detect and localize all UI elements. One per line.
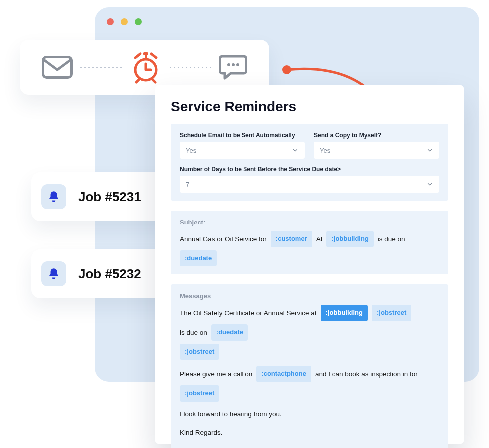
schedule-panel: Schedule Email to be Sent Automatically … [171,124,448,201]
subject-line[interactable]: Annual Gas or Oil Service for :customer … [180,231,439,266]
traffic-red [107,18,114,25]
subject-label: Subject: [180,219,439,226]
flow-connector [168,66,213,68]
alarm-clock-icon [129,51,162,84]
subject-panel: Subject: Annual Gas or Oil Service for :… [171,211,448,274]
messages-panel: Messages The Oil Safety Certificate or A… [171,284,448,448]
subject-text: is due on [378,233,405,246]
window-traffic-lights [107,18,142,25]
svg-point-4 [227,63,230,66]
send-copy-select[interactable]: Yes [314,142,439,159]
service-reminders-card: Service Reminders Schedule Email to be S… [155,85,464,444]
token-customer[interactable]: :customer [271,231,312,247]
message-text: The Oil Safety Certificate or Annual Ser… [180,307,317,320]
job-number: Job #5231 [78,189,141,205]
mail-icon [42,56,73,79]
message-line[interactable]: I look forward to hearing from you. [180,408,439,421]
message-text: is due on [180,326,207,339]
messages-label: Messages [180,292,439,300]
svg-rect-0 [43,57,72,78]
message-text: and I can book as inspection in for [315,368,418,381]
schedule-email-select[interactable]: Yes [180,142,305,159]
job-number: Job #5232 [78,266,141,282]
traffic-yellow [121,18,128,25]
message-text: I look forward to hearing from you. [180,408,282,421]
message-text: Please give me a call on [180,368,252,381]
token-jobstreet[interactable]: :jobstreet [372,305,411,321]
page-title: Service Reminders [171,99,448,115]
flow-connector [79,66,124,68]
message-line[interactable]: Kind Regards. [180,426,439,439]
bell-icon [41,184,66,209]
select-value: Yes [320,147,330,154]
token-duedate[interactable]: :duedate [211,324,248,341]
message-line[interactable]: Please give me a call on :contactphone a… [180,366,439,401]
subject-text: At [316,233,323,246]
traffic-green [135,18,142,25]
bell-icon [41,261,66,286]
svg-point-6 [236,63,239,66]
chat-icon [219,54,247,81]
chevron-down-icon [426,181,433,188]
token-duedate[interactable]: :duedate [180,250,217,267]
token-jobbuilding[interactable]: :jobbuilding [321,305,368,321]
chevron-down-icon [292,147,299,154]
schedule-email-label: Schedule Email to be Sent Automatically [180,132,305,139]
send-copy-label: Send a Copy to Myself? [314,132,439,139]
token-contactphone[interactable]: :contactphone [256,366,311,382]
days-before-select[interactable]: 7 [180,176,439,193]
message-line[interactable]: :jobstreet [180,344,439,360]
message-line[interactable]: The Oil Safety Certificate or Annual Ser… [180,305,439,340]
token-jobstreet[interactable]: :jobstreet [180,385,219,402]
svg-point-5 [232,63,235,66]
svg-rect-3 [145,55,147,60]
chevron-down-icon [426,147,433,154]
days-before-label: Number of Days to be Sent Before the Ser… [180,166,439,173]
select-value: Yes [186,147,196,154]
subject-text: Annual Gas or Oil Service for [180,233,267,246]
token-jobbuilding[interactable]: :jobbuilding [326,231,373,247]
message-text: Kind Regards. [180,426,223,439]
token-jobstreet[interactable]: :jobstreet [180,344,219,360]
select-value: 7 [186,181,189,188]
